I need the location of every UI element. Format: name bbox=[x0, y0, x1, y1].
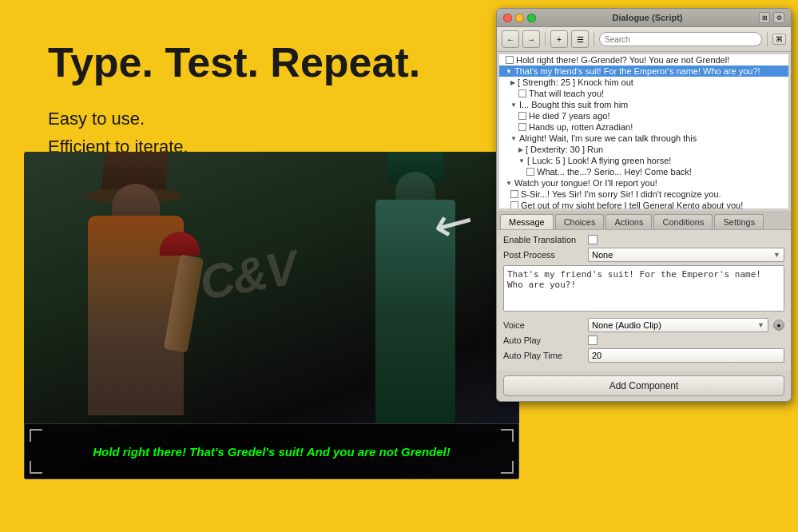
message-panel: Enable Translation Post Process None ▼ T… bbox=[497, 230, 791, 371]
window-titlebar: Dialogue (Script) ⊞ ⚙ bbox=[497, 9, 791, 27]
window-icon-2[interactable]: ⚙ bbox=[773, 12, 784, 23]
search-input[interactable] bbox=[599, 32, 762, 46]
main-heading: Type. Test. Repeat. bbox=[48, 40, 479, 85]
auto-play-row: Auto Play bbox=[503, 335, 784, 345]
toolbar-separator-3 bbox=[767, 32, 768, 46]
toolbar-add-btn[interactable]: + bbox=[550, 30, 568, 48]
auto-play-time-label: Auto Play Time bbox=[503, 351, 583, 360]
window-toolbar: ← → + ☰ ⌘ bbox=[497, 27, 791, 52]
corner-bracket-br bbox=[501, 461, 514, 474]
enable-translation-label: Enable Translation bbox=[503, 235, 583, 244]
tree-item[interactable]: That will teach you! bbox=[499, 88, 788, 99]
tree-checkbox[interactable] bbox=[510, 201, 518, 209]
toolbar-separator-1 bbox=[545, 32, 546, 46]
toolbar-list-btn[interactable]: ☰ bbox=[571, 30, 589, 48]
toolbar-separator-2 bbox=[594, 32, 594, 46]
voice-options-btn[interactable]: ● bbox=[773, 320, 784, 331]
tree-item[interactable]: ▼ Watch your tongue! Or I'll report you! bbox=[499, 177, 788, 189]
tree-item[interactable]: He died 7 years ago! bbox=[499, 110, 788, 121]
tree-item[interactable]: ▼ Alright! Wait, I'm sure we can talk th… bbox=[499, 133, 788, 144]
tree-expand-icon: ▶ bbox=[510, 79, 515, 86]
tree-checkbox[interactable] bbox=[506, 56, 514, 64]
enable-translation-row: Enable Translation bbox=[503, 235, 784, 244]
minimize-button[interactable] bbox=[515, 14, 524, 22]
tab-choices[interactable]: Choices bbox=[555, 214, 605, 229]
window-controls bbox=[503, 14, 536, 22]
auto-play-time-row: Auto Play Time bbox=[503, 348, 784, 363]
tree-expand-icon: ▼ bbox=[510, 135, 517, 142]
left-content: Type. Test. Repeat. Easy to use. Efficie… bbox=[48, 40, 479, 161]
chevron-down-icon: ▼ bbox=[773, 251, 780, 259]
tab-message[interactable]: Message bbox=[500, 214, 554, 229]
close-button[interactable] bbox=[503, 14, 512, 22]
tree-item[interactable]: Get out of my sight before I tell Genera… bbox=[499, 200, 788, 209]
tree-checkbox[interactable] bbox=[518, 89, 526, 97]
tree-checkbox[interactable] bbox=[510, 190, 518, 198]
game-screenshot: C&V ↙ Hold right there! That's Gredel's … bbox=[24, 152, 519, 479]
tree-expand-icon: ▶ bbox=[518, 146, 523, 153]
tree-checkbox[interactable] bbox=[526, 168, 534, 176]
toolbar-cmd: ⌘ bbox=[772, 34, 786, 45]
tree-item[interactable]: ▼ [ Luck: 5 ] Look! A flying green horse… bbox=[499, 155, 788, 166]
post-process-select[interactable]: None ▼ bbox=[588, 248, 784, 262]
tree-expand-icon: ▼ bbox=[510, 101, 517, 109]
dialogue-window: Dialogue (Script) ⊞ ⚙ ← → + ☰ ⌘ Hold rig… bbox=[496, 8, 792, 402]
toolbar-back-btn[interactable]: ← bbox=[502, 30, 519, 48]
tree-item[interactable]: What... the...? Serio... Hey! Come back! bbox=[499, 166, 788, 177]
tab-actions[interactable]: Actions bbox=[605, 214, 652, 229]
tab-conditions[interactable]: Conditions bbox=[653, 214, 713, 229]
dialogue-tree: Hold right there! G-Grendel? You! You ar… bbox=[498, 54, 789, 209]
tree-expand-icon: ▼ bbox=[506, 180, 512, 187]
toolbar-forward-btn[interactable]: → bbox=[522, 30, 540, 48]
corner-bracket-tr bbox=[501, 429, 514, 442]
tree-checkbox[interactable] bbox=[518, 123, 526, 131]
enable-translation-checkbox[interactable] bbox=[588, 235, 598, 244]
tree-item[interactable]: Hold right there! G-Grendel? You! You ar… bbox=[499, 54, 788, 66]
auto-play-time-input[interactable] bbox=[588, 348, 784, 363]
message-textarea[interactable]: That's my friend's suit! For the Emperor… bbox=[503, 265, 784, 312]
post-process-label: Post Process bbox=[503, 250, 583, 260]
tree-checkbox[interactable] bbox=[518, 112, 526, 120]
chevron-down-icon: ▼ bbox=[757, 321, 764, 329]
tree-item[interactable]: ▶ [ Dexterity: 30 ] Run bbox=[499, 144, 788, 155]
tree-item[interactable]: Hands up, rotten Azradian! bbox=[499, 121, 788, 133]
subtitle-bar: Hold right there! That's Gredel's suit! … bbox=[24, 423, 519, 479]
subtitle-text: Hold right there! That's Gredel's suit! … bbox=[57, 445, 486, 459]
auto-play-checkbox[interactable] bbox=[588, 335, 598, 345]
knight-figure bbox=[56, 176, 216, 415]
voice-label: Voice bbox=[503, 320, 583, 330]
post-process-row: Post Process None ▼ bbox=[503, 248, 784, 262]
voice-select[interactable]: None (Audio Clip) ▼ bbox=[588, 318, 768, 332]
game-scene: C&V ↙ Hold right there! That's Gredel's … bbox=[24, 152, 519, 479]
tab-bar: Message Choices Actions Conditions Setti… bbox=[497, 211, 791, 230]
window-title: Dialogue (Script) bbox=[536, 13, 759, 22]
tree-expand-icon: ▼ bbox=[518, 157, 525, 165]
voice-row: Voice None (Audio Clip) ▼ ● bbox=[503, 318, 784, 332]
tab-settings[interactable]: Settings bbox=[714, 214, 764, 229]
auto-play-label: Auto Play bbox=[503, 335, 583, 345]
tree-expand-icon: ▼ bbox=[506, 68, 512, 75]
tree-item[interactable]: S-Sir...! Yes Sir! I'm sorry Sir! I didn… bbox=[499, 189, 788, 200]
maximize-button[interactable] bbox=[527, 14, 536, 22]
tree-item-selected[interactable]: ▼ That's my friend's suit! For the Emper… bbox=[499, 66, 788, 77]
tree-item[interactable]: ▼ I... Bought this suit from him bbox=[499, 99, 788, 110]
window-icon-1[interactable]: ⊞ bbox=[759, 12, 770, 23]
add-component-button[interactable]: Add Component bbox=[503, 375, 784, 396]
window-title-icons: ⊞ ⚙ bbox=[759, 12, 784, 23]
corner-bracket-bl bbox=[30, 461, 42, 474]
corner-bracket-tl bbox=[30, 429, 42, 442]
tree-item[interactable]: ▶ [ Strength: 25 ] Knock him out bbox=[499, 77, 788, 88]
